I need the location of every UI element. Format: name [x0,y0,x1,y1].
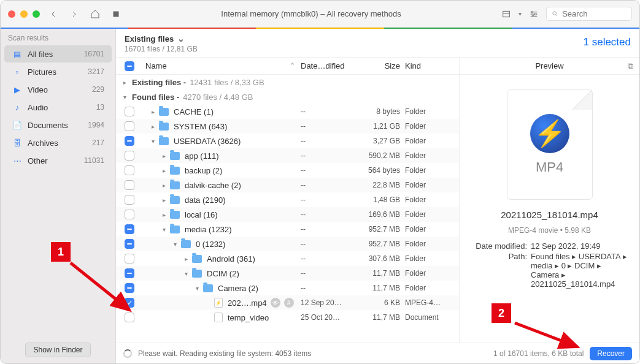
disclosure-icon[interactable]: ▾ [171,241,179,248]
row-checkbox[interactable] [125,283,134,293]
stop-button[interactable] [109,7,123,21]
file-row[interactable]: temp_video25 Oct 20…11,7 MBDocument [116,310,459,325]
disclosure-icon[interactable]: ▾ [149,138,156,145]
row-checkbox[interactable] [125,210,134,219]
file-name: USERDATA (3626) [174,137,241,146]
group-header[interactable]: ▸Existing files - 12431 files / 8,33 GB [116,75,459,89]
sidebar-heading: Scan results [1,29,115,45]
row-checkbox[interactable] [125,313,134,322]
disclosure-icon[interactable]: ▸ [160,197,168,203]
file-name: 0 (1232) [196,240,225,249]
group-name: Found files - [132,93,179,102]
file-date: -- [301,254,356,263]
date-modified-label: Date modified: [468,241,527,251]
disclosure-icon[interactable]: ▸ [149,123,156,130]
file-name: Android (361) [207,254,255,264]
disclosure-icon[interactable]: ▸ [182,256,190,262]
disclosure-icon[interactable]: ▾ [160,226,168,233]
recover-button[interactable]: Recover [590,347,632,360]
show-in-finder-button[interactable]: Show in Finder [25,343,90,357]
file-row[interactable]: ⚡202….mp4👁#12 Sep 20…6 KBMPEG-4… [116,295,459,310]
search-input[interactable] [562,9,627,18]
eye-icon[interactable]: 👁 [271,298,280,308]
chevron-down-icon: ▾ [519,10,522,17]
file-kind: Folder [405,181,454,189]
file-row[interactable]: ▸data (2190)--1,48 GBFolder [116,192,459,207]
file-date: -- [301,137,356,145]
select-all-checkbox[interactable] [125,61,134,71]
file-row[interactable]: ▾USERDATA (3626)--3,27 GBFolder [116,134,459,148]
sidebar-item-archives[interactable]: 🗄Archives217 [4,134,112,151]
column-name[interactable]: Name⌃ [138,61,301,70]
titlebar: Internal memory (mmcblk0) – All recovery… [1,1,639,28]
sidebar-item-documents[interactable]: 📄Documents1994 [4,116,112,134]
column-date[interactable]: Date…dified [301,61,356,70]
row-checkbox[interactable] [125,107,134,116]
group-name: Existing files - [132,78,186,87]
sidebar-item-pictures[interactable]: ▫Pictures3217 [4,63,112,80]
search-field[interactable] [546,7,632,21]
file-row[interactable]: ▸CACHE (1)--8 bytesFolder [116,104,459,119]
back-button[interactable] [46,7,61,21]
row-checkbox[interactable] [125,165,134,175]
row-checkbox[interactable] [125,254,134,264]
sidebar-item-other[interactable]: ⋯Other11031 [4,152,112,169]
group-header[interactable]: ▾Found files - 4270 files / 4,48 GB [116,89,459,104]
sidebar-item-label: Documents [28,121,83,130]
disclosure-icon[interactable]: ▸ [149,108,156,115]
column-kind[interactable]: Kind [405,61,454,70]
row-checkbox[interactable] [125,224,134,234]
sidebar-item-audio[interactable]: ♪Audio13 [4,99,112,116]
disclosure-icon[interactable]: ▾ [193,285,201,292]
row-checkbox[interactable] [125,180,134,190]
disclosure-icon[interactable]: ▾ [182,270,190,277]
folder-icon [181,240,191,248]
file-row[interactable]: ▾DCIM (2)--11,7 MBFolder [116,266,459,281]
maximize-window-button[interactable] [33,10,40,18]
file-row[interactable]: ▸backup (2)--564 bytesFolder [116,163,459,178]
disclosure-icon[interactable]: ▸ [160,153,168,159]
svg-point-4 [532,15,534,17]
file-row[interactable]: ▸Android (361)--307,6 MBFolder [116,251,459,266]
close-window-button[interactable] [8,10,15,18]
home-button[interactable] [88,7,102,21]
sidebar-item-all-files[interactable]: ▤All files16701 [4,45,112,63]
row-checkbox[interactable] [125,239,134,249]
file-name: data (2190) [185,195,226,205]
sidebar-item-video[interactable]: ▶Video229 [4,81,112,98]
file-row[interactable]: ▸dalvik-cache (2)--22,8 MBFolder [116,178,459,192]
file-row[interactable]: ▾0 (1232)--952,7 MBFolder [116,237,459,251]
disclosure-icon[interactable]: ▸ [160,182,168,189]
file-kind: Folder [405,269,454,278]
hash-icon[interactable]: # [284,298,294,308]
main-title[interactable]: Existing files ⌄ [125,34,584,44]
file-row[interactable]: ▾media (1232)--952,7 MBFolder [116,222,459,237]
file-kind: Folder [405,122,454,131]
preview-filename: 20211025_181014.mp4 [501,210,598,220]
disclosure-icon[interactable]: ▸ [160,211,168,218]
copy-icon[interactable]: ⧉ [628,61,633,71]
row-checkbox[interactable] [125,195,134,205]
file-row[interactable]: ▾Camera (2)--11,7 MBFolder [116,281,459,295]
disclosure-icon[interactable]: ▸ [160,167,168,174]
group-info: 12431 files / 8,33 GB [190,78,264,87]
main-area: Existing files ⌄ 16701 files / 12,81 GB … [116,29,639,363]
file-date: -- [301,210,356,219]
row-checkbox[interactable] [125,136,134,146]
row-checkbox[interactable] [125,121,134,131]
traffic-lights [8,10,40,18]
file-row[interactable]: ▸SYSTEM (643)--1,21 GBFolder [116,119,459,134]
row-checkbox[interactable] [125,151,134,161]
column-size[interactable]: Size [356,61,405,70]
row-checkbox[interactable] [125,268,134,278]
folder-icon [170,196,180,204]
row-checkbox[interactable] [125,298,134,308]
file-row[interactable]: ▸app (111)--590,2 MBFolder [116,148,459,163]
file-kind: Folder [405,254,454,263]
view-mode-button[interactable] [499,7,514,21]
forward-button[interactable] [67,7,82,21]
minimize-window-button[interactable] [20,10,28,18]
settings-button[interactable] [526,7,541,21]
file-row[interactable]: ▸local (16)--169,6 MBFolder [116,207,459,222]
folder-icon [159,108,169,116]
